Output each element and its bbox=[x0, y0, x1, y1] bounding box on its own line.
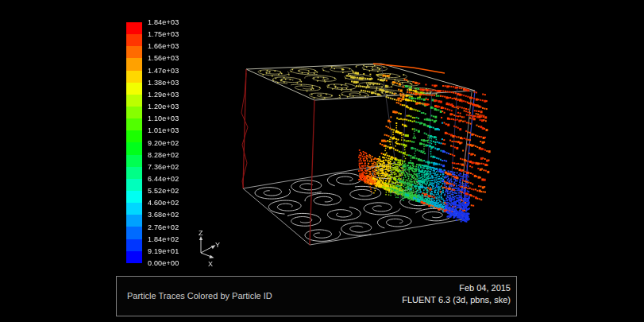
axis-triad: Z Y X bbox=[189, 227, 240, 270]
colorbar-label: 8.28e+02 bbox=[148, 151, 179, 159]
colorbar-label: 5.52e+02 bbox=[148, 187, 179, 195]
colorbar-label: 1.84e+03 bbox=[148, 18, 179, 26]
colorbar-segment bbox=[126, 22, 142, 34]
colorbar-segment bbox=[126, 239, 142, 251]
colorbar-segment bbox=[126, 83, 142, 95]
y-axis-arrow bbox=[201, 246, 213, 253]
colorbar-label: 1.01e+03 bbox=[148, 126, 179, 134]
particle-traces-3d-scene[interactable] bbox=[0, 0, 644, 322]
colorbar-segment bbox=[126, 203, 142, 215]
colorbar-segment bbox=[126, 46, 142, 58]
colorbar-segment bbox=[126, 95, 142, 107]
colorbar-label: 1.10e+03 bbox=[148, 114, 179, 122]
colorbar-segment bbox=[126, 34, 142, 46]
colorbar-segment bbox=[126, 227, 142, 239]
caption-box: Particle Traces Colored by Particle ID F… bbox=[116, 276, 517, 316]
colorbar-label: 4.60e+02 bbox=[148, 199, 179, 207]
axis-label-y: Y bbox=[215, 241, 220, 249]
caption-title: Particle Traces Colored by Particle ID bbox=[127, 291, 272, 301]
colorbar-label: 2.76e+02 bbox=[148, 223, 179, 231]
colorbar-segment bbox=[126, 118, 142, 130]
colorbar-segment bbox=[126, 179, 142, 191]
x-axis-arrow bbox=[201, 253, 211, 257]
colorbar-label: 1.20e+03 bbox=[148, 103, 179, 111]
colorbar-label: 1.84e+02 bbox=[148, 235, 179, 243]
axis-label-z: Z bbox=[199, 229, 203, 237]
x-axis-arrowhead bbox=[209, 255, 214, 258]
colorbar-swatches bbox=[126, 22, 142, 263]
colorbar-label: 1.47e+03 bbox=[148, 67, 179, 75]
colorbar-segment bbox=[126, 167, 142, 179]
fluent-graphics-window: 1.84e+031.75e+031.66e+031.56e+031.47e+03… bbox=[0, 0, 644, 322]
colorbar-label: 9.19e+01 bbox=[148, 247, 179, 255]
colorbar-label: 7.36e+02 bbox=[148, 163, 179, 171]
colorbar-segment bbox=[126, 58, 142, 70]
colorbar-segment bbox=[126, 215, 142, 227]
colorbar-label: 0.00e+00 bbox=[148, 259, 179, 267]
colorbar-segment bbox=[126, 107, 142, 118]
colorbar-segment bbox=[126, 251, 142, 263]
caption-date: Feb 04, 2015 bbox=[402, 282, 511, 294]
colorbar-label: 1.29e+03 bbox=[148, 91, 179, 99]
colorbar-label: 1.66e+03 bbox=[148, 42, 179, 50]
caption-app-version: FLUENT 6.3 (3d, pbns, ske) bbox=[402, 294, 511, 306]
colorbar-segment bbox=[126, 142, 142, 154]
colorbar-segment bbox=[126, 71, 142, 83]
axis-label-x: X bbox=[208, 260, 213, 268]
colorbar-label: 1.38e+03 bbox=[148, 79, 179, 87]
colorbar-label: 9.20e+02 bbox=[148, 139, 179, 147]
colorbar-label: 1.75e+03 bbox=[148, 30, 179, 38]
colorbar-label: 3.68e+02 bbox=[148, 211, 179, 219]
colorbar-label: 6.44e+02 bbox=[148, 175, 179, 183]
colorbar-segment bbox=[126, 191, 142, 203]
colorbar-segment bbox=[126, 130, 142, 142]
colorbar-segment bbox=[126, 155, 142, 167]
colorbar-label: 1.56e+03 bbox=[148, 54, 179, 62]
caption-meta: Feb 04, 2015 FLUENT 6.3 (3d, pbns, ske) bbox=[402, 282, 511, 306]
